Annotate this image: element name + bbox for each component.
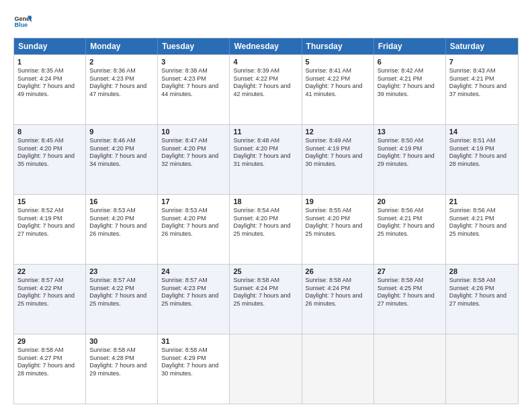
calendar: SundayMondayTuesdayWednesdayThursdayFrid…: [13, 38, 519, 404]
day-number: 31: [161, 337, 226, 345]
cal-cell: [302, 334, 374, 404]
day-info: Sunrise: 8:50 AMSunset: 4:19 PMDaylight:…: [378, 137, 442, 169]
day-info: Sunrise: 8:58 AMSunset: 4:29 PMDaylight:…: [161, 347, 226, 378]
day-info: Sunrise: 8:57 AMSunset: 4:23 PMDaylight:…: [161, 277, 226, 308]
day-number: 24: [161, 267, 226, 275]
calendar-body: 1Sunrise: 8:35 AMSunset: 4:24 PMDaylight…: [14, 54, 518, 404]
day-number: 22: [17, 267, 82, 275]
day-number: 30: [89, 337, 154, 345]
cal-week-3: 15Sunrise: 8:52 AMSunset: 4:19 PMDayligh…: [14, 194, 518, 264]
day-number: 26: [306, 267, 370, 275]
day-info: Sunrise: 8:47 AMSunset: 4:20 PMDaylight:…: [161, 137, 226, 169]
day-number: 18: [233, 197, 298, 205]
day-info: Sunrise: 8:36 AMSunset: 4:23 PMDaylight:…: [89, 67, 154, 99]
cal-cell: 17Sunrise: 8:53 AMSunset: 4:20 PMDayligh…: [158, 195, 230, 264]
cal-cell: 23Sunrise: 8:57 AMSunset: 4:22 PMDayligh…: [86, 265, 158, 334]
day-number: 12: [306, 128, 370, 136]
cal-cell: [374, 334, 446, 404]
day-number: 9: [89, 128, 154, 136]
cal-cell: 9Sunrise: 8:46 AMSunset: 4:20 PMDaylight…: [86, 125, 158, 194]
cal-cell: 18Sunrise: 8:54 AMSunset: 4:20 PMDayligh…: [230, 195, 302, 264]
day-number: 14: [449, 128, 515, 136]
cal-cell: 31Sunrise: 8:58 AMSunset: 4:29 PMDayligh…: [158, 334, 230, 404]
cal-week-5: 29Sunrise: 8:58 AMSunset: 4:27 PMDayligh…: [14, 334, 518, 404]
svg-text:Blue: Blue: [14, 21, 28, 28]
day-number: 17: [161, 197, 226, 205]
day-info: Sunrise: 8:51 AMSunset: 4:19 PMDaylight:…: [449, 137, 515, 169]
cal-week-4: 22Sunrise: 8:57 AMSunset: 4:22 PMDayligh…: [14, 264, 518, 334]
cal-cell: 27Sunrise: 8:58 AMSunset: 4:25 PMDayligh…: [374, 265, 446, 334]
day-info: Sunrise: 8:45 AMSunset: 4:20 PMDaylight:…: [17, 137, 82, 169]
day-number: 7: [449, 58, 515, 66]
day-number: 10: [161, 128, 226, 136]
cal-cell: 10Sunrise: 8:47 AMSunset: 4:20 PMDayligh…: [158, 125, 230, 194]
day-info: Sunrise: 8:58 AMSunset: 4:28 PMDaylight:…: [89, 347, 154, 378]
day-info: Sunrise: 8:56 AMSunset: 4:21 PMDaylight:…: [449, 207, 515, 238]
cal-week-2: 8Sunrise: 8:45 AMSunset: 4:20 PMDaylight…: [14, 124, 518, 194]
cal-week-1: 1Sunrise: 8:35 AMSunset: 4:24 PMDaylight…: [14, 54, 518, 124]
cal-cell: 30Sunrise: 8:58 AMSunset: 4:28 PMDayligh…: [86, 334, 158, 404]
cal-cell: 22Sunrise: 8:57 AMSunset: 4:22 PMDayligh…: [14, 265, 86, 334]
cal-cell: [230, 334, 302, 404]
cal-cell: 29Sunrise: 8:58 AMSunset: 4:27 PMDayligh…: [14, 334, 86, 404]
cal-cell: 21Sunrise: 8:56 AMSunset: 4:21 PMDayligh…: [446, 195, 518, 264]
cal-cell: 8Sunrise: 8:45 AMSunset: 4:20 PMDaylight…: [14, 125, 86, 194]
day-info: Sunrise: 8:58 AMSunset: 4:26 PMDaylight:…: [449, 277, 515, 308]
day-number: 28: [449, 267, 515, 275]
day-info: Sunrise: 8:49 AMSunset: 4:19 PMDaylight:…: [306, 137, 370, 169]
day-info: Sunrise: 8:58 AMSunset: 4:27 PMDaylight:…: [17, 347, 82, 378]
day-number: 6: [378, 58, 442, 66]
logo-icon: General Blue: [13, 12, 32, 31]
cal-cell: 11Sunrise: 8:48 AMSunset: 4:20 PMDayligh…: [230, 125, 302, 194]
page-header: General Blue: [13, 12, 519, 31]
cal-cell: 26Sunrise: 8:58 AMSunset: 4:24 PMDayligh…: [302, 265, 374, 334]
day-info: Sunrise: 8:57 AMSunset: 4:22 PMDaylight:…: [17, 277, 82, 308]
cal-header-friday: Friday: [374, 38, 446, 54]
day-number: 8: [17, 128, 82, 136]
day-info: Sunrise: 8:43 AMSunset: 4:21 PMDaylight:…: [449, 67, 515, 99]
day-info: Sunrise: 8:42 AMSunset: 4:21 PMDaylight:…: [378, 67, 442, 99]
cal-cell: 4Sunrise: 8:39 AMSunset: 4:22 PMDaylight…: [230, 55, 302, 124]
day-number: 2: [89, 58, 154, 66]
cal-cell: 24Sunrise: 8:57 AMSunset: 4:23 PMDayligh…: [158, 265, 230, 334]
day-number: 15: [17, 197, 82, 205]
cal-cell: 6Sunrise: 8:42 AMSunset: 4:21 PMDaylight…: [374, 55, 446, 124]
cal-header-tuesday: Tuesday: [158, 38, 230, 54]
day-info: Sunrise: 8:58 AMSunset: 4:25 PMDaylight:…: [378, 277, 442, 308]
day-info: Sunrise: 8:53 AMSunset: 4:20 PMDaylight:…: [89, 207, 154, 238]
day-number: 19: [306, 197, 370, 205]
cal-cell: 14Sunrise: 8:51 AMSunset: 4:19 PMDayligh…: [446, 125, 518, 194]
cal-cell: 25Sunrise: 8:58 AMSunset: 4:24 PMDayligh…: [230, 265, 302, 334]
cal-cell: 13Sunrise: 8:50 AMSunset: 4:19 PMDayligh…: [374, 125, 446, 194]
day-info: Sunrise: 8:38 AMSunset: 4:23 PMDaylight:…: [161, 67, 226, 99]
day-info: Sunrise: 8:54 AMSunset: 4:20 PMDaylight:…: [233, 207, 298, 238]
day-number: 29: [17, 337, 82, 345]
calendar-header-row: SundayMondayTuesdayWednesdayThursdayFrid…: [14, 38, 518, 54]
day-number: 20: [378, 197, 442, 205]
day-number: 16: [89, 197, 154, 205]
day-number: 4: [233, 58, 298, 66]
day-number: 11: [233, 128, 298, 136]
logo: General Blue: [13, 12, 32, 31]
day-number: 13: [378, 128, 442, 136]
day-info: Sunrise: 8:46 AMSunset: 4:20 PMDaylight:…: [89, 137, 154, 169]
cal-cell: 1Sunrise: 8:35 AMSunset: 4:24 PMDaylight…: [14, 55, 86, 124]
day-info: Sunrise: 8:39 AMSunset: 4:22 PMDaylight:…: [233, 67, 298, 99]
cal-cell: 2Sunrise: 8:36 AMSunset: 4:23 PMDaylight…: [86, 55, 158, 124]
cal-header-monday: Monday: [86, 38, 158, 54]
day-number: 3: [161, 58, 226, 66]
cal-header-sunday: Sunday: [14, 38, 86, 54]
day-number: 1: [17, 58, 82, 66]
day-info: Sunrise: 8:57 AMSunset: 4:22 PMDaylight:…: [89, 277, 154, 308]
day-info: Sunrise: 8:41 AMSunset: 4:22 PMDaylight:…: [306, 67, 370, 99]
cal-header-thursday: Thursday: [302, 38, 374, 54]
cal-header-saturday: Saturday: [446, 38, 518, 54]
cal-header-wednesday: Wednesday: [230, 38, 302, 54]
day-info: Sunrise: 8:48 AMSunset: 4:20 PMDaylight:…: [233, 137, 298, 169]
cal-cell: 19Sunrise: 8:55 AMSunset: 4:20 PMDayligh…: [302, 195, 374, 264]
day-number: 21: [449, 197, 515, 205]
cal-cell: 28Sunrise: 8:58 AMSunset: 4:26 PMDayligh…: [446, 265, 518, 334]
day-number: 23: [89, 267, 154, 275]
day-info: Sunrise: 8:58 AMSunset: 4:24 PMDaylight:…: [306, 277, 370, 308]
cal-cell: 3Sunrise: 8:38 AMSunset: 4:23 PMDaylight…: [158, 55, 230, 124]
